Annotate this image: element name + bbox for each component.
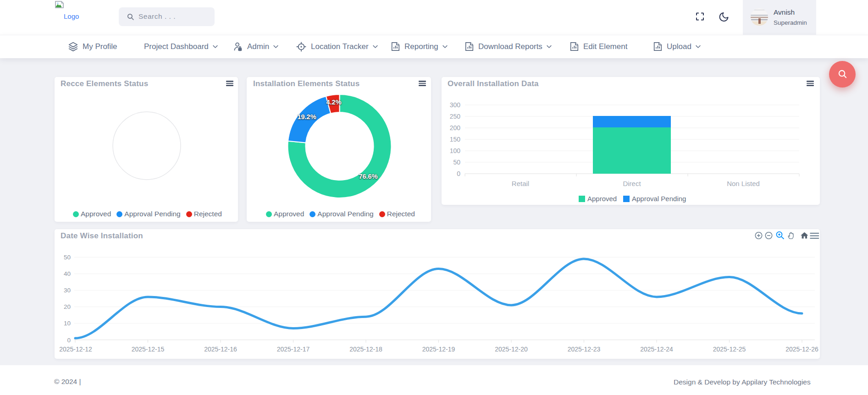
- svg-text:2025-12-18: 2025-12-18: [349, 346, 382, 353]
- svg-text:250: 250: [450, 113, 461, 120]
- svg-text:Direct: Direct: [623, 180, 641, 187]
- svg-text:Approval Pending: Approval Pending: [632, 195, 686, 203]
- svg-text:2025-12-16: 2025-12-16: [204, 346, 237, 353]
- svg-text:2025-12-20: 2025-12-20: [495, 346, 528, 353]
- svg-text:50: 50: [64, 254, 71, 261]
- svg-text:2025-12-15: 2025-12-15: [132, 346, 165, 353]
- svg-text:50: 50: [453, 159, 460, 166]
- svg-text:2025-12-23: 2025-12-23: [568, 346, 601, 353]
- svg-text:Approved: Approved: [587, 195, 617, 203]
- svg-text:2025-12-25: 2025-12-25: [713, 346, 746, 353]
- svg-text:Non Listed: Non Listed: [727, 180, 760, 187]
- svg-text:76.6%: 76.6%: [359, 173, 377, 180]
- svg-text:4.2%: 4.2%: [326, 99, 341, 106]
- svg-text:2025-12-26: 2025-12-26: [785, 346, 818, 353]
- svg-text:2025-12-24: 2025-12-24: [640, 346, 673, 353]
- svg-text:0: 0: [67, 337, 71, 344]
- svg-text:2025-12-12: 2025-12-12: [59, 346, 92, 353]
- svg-text:19.2%: 19.2%: [297, 113, 316, 121]
- svg-text:40: 40: [64, 270, 71, 277]
- svg-text:2025-12-19: 2025-12-19: [422, 346, 455, 353]
- svg-text:10: 10: [64, 320, 71, 327]
- svg-text:30: 30: [64, 287, 71, 294]
- svg-text:300: 300: [450, 101, 461, 109]
- svg-text:100: 100: [450, 147, 461, 154]
- svg-text:2025-12-17: 2025-12-17: [277, 346, 310, 353]
- svg-text:Retail: Retail: [512, 180, 529, 187]
- svg-text:150: 150: [450, 136, 461, 143]
- svg-text:200: 200: [450, 124, 461, 132]
- svg-text:20: 20: [64, 303, 71, 310]
- svg-text:0: 0: [457, 170, 460, 177]
